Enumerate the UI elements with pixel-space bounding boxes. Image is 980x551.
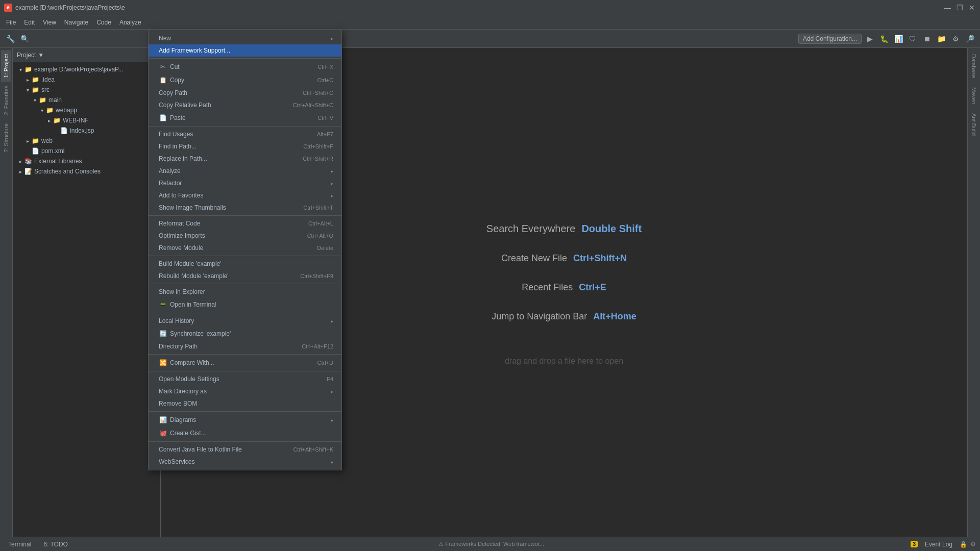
cm-item-build_module_'example'[interactable]: Build Module 'example' [149, 258, 341, 270]
cm-label-replace_in_path...: Replace in Path... [159, 155, 207, 162]
cm-shortcut-remove_module: Delete [317, 245, 333, 251]
cm-icon-synchronize_'example': 🔄 [159, 330, 167, 338]
cm-label-compare_with...: Compare With... [170, 359, 214, 366]
cm-item-add_framework_support...[interactable]: Add Framework Support... [149, 44, 341, 57]
cm-separator-2 [149, 58, 341, 59]
cm-label-create_gist...: Create Gist... [170, 430, 206, 437]
cm-arrow-new: ▸ [331, 36, 333, 41]
cm-shortcut-copy_relative_path: Ctrl+Alt+Shift+C [293, 102, 333, 108]
cm-shortcut-copy_path: Ctrl+Shift+C [303, 90, 333, 96]
cm-label-synchronize_'example': Synchronize 'example' [170, 330, 231, 337]
cm-label-webservices: WebServices [159, 458, 194, 465]
cm-item-new[interactable]: New▸ [149, 32, 341, 44]
cm-arrow-analyze: ▸ [331, 168, 333, 174]
cm-label-mark_directory_as: Mark Directory as [159, 388, 207, 395]
cm-icon-diagrams: 📊 [159, 416, 167, 424]
cm-label-show_in_explorer: Show in Explorer [159, 288, 205, 295]
cm-item-diagrams[interactable]: 📊Diagrams▸ [149, 413, 341, 427]
cm-item-rebuild_module_'example'[interactable]: Rebuild Module 'example'Ctrl+Shift+F9 [149, 270, 341, 282]
cm-item-convert_java_file_to_kotlin_file[interactable]: Convert Java File to Kotlin FileCtrl+Alt… [149, 443, 341, 456]
cm-shortcut-find_usages: Alt+F7 [317, 131, 333, 137]
cm-item-copy_path[interactable]: Copy PathCtrl+Shift+C [149, 87, 341, 99]
cm-separator-8 [149, 126, 341, 127]
cm-item-synchronize_'example'[interactable]: 🔄Synchronize 'example' [149, 327, 341, 340]
cm-item-compare_with...[interactable]: 🔀Compare With...Ctrl+D [149, 356, 341, 369]
cm-label-copy_relative_path: Copy Relative Path [159, 102, 211, 109]
cm-label-remove_bom: Remove BOM [159, 400, 197, 407]
cm-label-add_framework_support...: Add Framework Support... [159, 47, 230, 54]
cm-shortcut-convert_java_file_to_kotlin_file: Ctrl+Alt+Shift+K [293, 446, 333, 453]
cm-item-show_image_thumbnails[interactable]: Show Image ThumbnailsCtrl+Shift+T [149, 202, 341, 214]
cm-shortcut-cut: Ctrl+X [317, 64, 333, 70]
cm-item-replace_in_path...[interactable]: Replace in Path...Ctrl+Shift+R [149, 153, 341, 165]
cm-icon-copy: 📋 [159, 76, 167, 84]
cm-item-open_module_settings[interactable]: Open Module SettingsF4 [149, 373, 341, 385]
cm-separator-23 [149, 284, 341, 284]
cm-shortcut-optimize_imports: Ctrl+Alt+O [307, 233, 333, 239]
cm-arrow-add_to_favorites: ▸ [331, 193, 333, 198]
cm-shortcut-rebuild_module_'example': Ctrl+Shift+F9 [300, 273, 333, 279]
cm-item-copy[interactable]: 📋CopyCtrl+C [149, 73, 341, 87]
cm-shortcut-reformat_code: Ctrl+Alt+L [308, 220, 333, 227]
cm-item-create_gist...[interactable]: 🐙Create Gist... [149, 427, 341, 440]
cm-icon-paste: 📄 [159, 114, 167, 122]
cm-separator-32 [149, 371, 341, 371]
cm-item-remove_module[interactable]: Remove ModuleDelete [149, 242, 341, 254]
cm-item-open_in_terminal[interactable]: 📟Open in Terminal [149, 298, 341, 311]
cm-separator-30 [149, 354, 341, 355]
cm-item-remove_bom[interactable]: Remove BOM [149, 397, 341, 410]
cm-label-new: New [159, 35, 171, 42]
cm-label-find_in_path...: Find in Path... [159, 143, 197, 150]
cm-label-local_history: Local History [159, 317, 194, 324]
cm-shortcut-replace_in_path...: Ctrl+Shift+R [303, 156, 333, 162]
cm-shortcut-show_image_thumbnails: Ctrl+Shift+T [303, 205, 333, 211]
cm-item-cut[interactable]: ✂CutCtrl+X [149, 60, 341, 73]
cm-arrow-refactor: ▸ [331, 181, 333, 186]
cm-item-find_in_path...[interactable]: Find in Path...Ctrl+Shift+F [149, 140, 341, 153]
cm-label-directory_path: Directory Path [159, 343, 198, 350]
cm-separator-39 [149, 441, 341, 442]
cm-item-reformat_code[interactable]: Reformat CodeCtrl+Alt+L [149, 217, 341, 230]
cm-item-webservices[interactable]: WebServices▸ [149, 456, 341, 468]
cm-label-paste: Paste [170, 114, 186, 121]
cm-item-mark_directory_as[interactable]: Mark Directory as▸ [149, 385, 341, 397]
cm-separator-20 [149, 256, 341, 256]
cm-label-refactor: Refactor [159, 180, 182, 187]
cm-label-copy: Copy [170, 77, 184, 84]
cm-item-directory_path[interactable]: Directory PathCtrl+Alt+F12 [149, 340, 341, 353]
cm-icon-open_in_terminal: 📟 [159, 300, 167, 309]
cm-label-copy_path: Copy Path [159, 89, 187, 96]
cm-item-analyze[interactable]: Analyze▸ [149, 165, 341, 177]
cm-item-show_in_explorer[interactable]: Show in Explorer [149, 286, 341, 298]
cm-arrow-diagrams: ▸ [331, 417, 333, 423]
cm-label-remove_module: Remove Module [159, 244, 203, 252]
cm-shortcut-compare_with...: Ctrl+D [317, 360, 333, 366]
cm-shortcut-copy: Ctrl+C [317, 77, 333, 83]
cm-item-refactor[interactable]: Refactor▸ [149, 177, 341, 189]
cm-label-open_module_settings: Open Module Settings [159, 375, 219, 383]
cm-item-local_history[interactable]: Local History▸ [149, 315, 341, 327]
cm-shortcut-directory_path: Ctrl+Alt+F12 [302, 343, 333, 349]
cm-label-rebuild_module_'example': Rebuild Module 'example' [159, 272, 229, 280]
cm-item-optimize_imports[interactable]: Optimize ImportsCtrl+Alt+O [149, 230, 341, 242]
context-menu-overlay[interactable]: New▸Add Framework Support...✂CutCtrl+X📋C… [0, 0, 980, 551]
cm-arrow-local_history: ▸ [331, 318, 333, 324]
cm-arrow-webservices: ▸ [331, 459, 333, 465]
cm-label-cut: Cut [170, 63, 180, 70]
cm-separator-16 [149, 215, 341, 216]
cm-label-analyze: Analyze [159, 167, 181, 174]
cm-item-copy_relative_path[interactable]: Copy Relative PathCtrl+Alt+Shift+C [149, 99, 341, 111]
cm-label-build_module_'example': Build Module 'example' [159, 260, 222, 267]
cm-label-show_image_thumbnails: Show Image Thumbnails [159, 204, 226, 211]
cm-item-find_usages[interactable]: Find UsagesAlt+F7 [149, 128, 341, 140]
cm-separator-26 [149, 313, 341, 313]
cm-label-reformat_code: Reformat Code [159, 220, 200, 227]
cm-icon-compare_with...: 🔀 [159, 359, 167, 367]
cm-arrow-mark_directory_as: ▸ [331, 389, 333, 394]
cm-label-find_usages: Find Usages [159, 131, 193, 138]
cm-item-add_to_favorites[interactable]: Add to Favorites▸ [149, 189, 341, 202]
cm-label-add_to_favorites: Add to Favorites [159, 192, 203, 199]
cm-item-paste[interactable]: 📄PasteCtrl+V [149, 111, 341, 124]
context-menu: New▸Add Framework Support...✂CutCtrl+X📋C… [148, 30, 342, 470]
cm-label-open_in_terminal: Open in Terminal [170, 301, 216, 308]
